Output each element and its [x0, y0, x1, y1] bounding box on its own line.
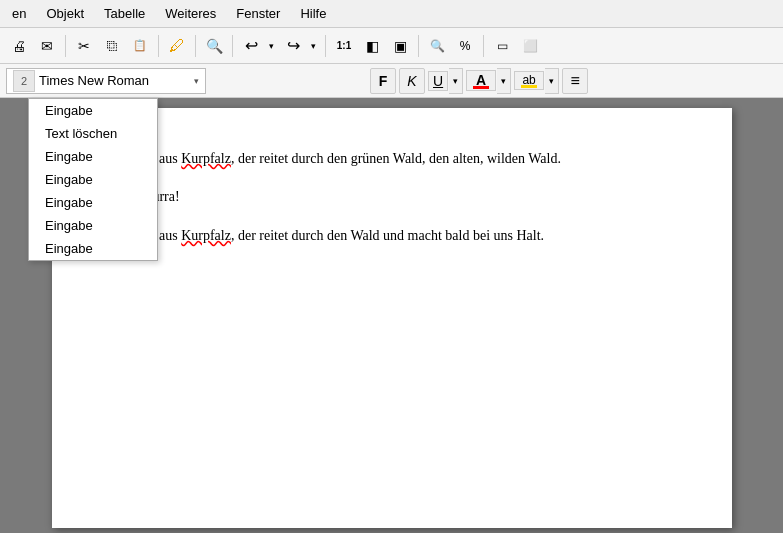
bold-button[interactable]: F — [370, 68, 396, 94]
font-color-button[interactable]: A — [466, 70, 496, 91]
paragraph-3: Der Jäger aus Kurpfalz, der reitet durch… — [102, 225, 682, 247]
copy-button[interactable]: ⿻ — [99, 33, 125, 59]
sep1 — [65, 35, 66, 57]
sep4 — [232, 35, 233, 57]
dropdown-item-1[interactable]: Text löschen — [29, 122, 157, 145]
font-dropdown-menu: Eingabe Text löschen Eingabe Eingabe Ein… — [28, 98, 158, 261]
page-content: Der Jäger aus Kurpfalz, der reitet durch… — [102, 148, 682, 247]
highlight-group: ab ▾ — [514, 68, 559, 94]
undo-button[interactable]: ↩ — [238, 33, 264, 59]
undo-dropdown[interactable]: ▾ — [264, 33, 278, 59]
redo-dropdown[interactable]: ▾ — [306, 33, 320, 59]
font-name-label: Times New Roman — [39, 73, 194, 88]
menu-fenster[interactable]: Fenster — [232, 4, 284, 23]
highlight-dropdown[interactable]: ▾ — [545, 68, 559, 94]
highlight-color-indicator — [521, 85, 537, 88]
sep6 — [418, 35, 419, 57]
sep5 — [325, 35, 326, 57]
sep3 — [195, 35, 196, 57]
dropdown-item-2[interactable]: Eingabe — [29, 145, 157, 168]
menubar: en Objekt Tabelle Weiteres Fenster Hilfe — [0, 0, 783, 28]
zoom-button[interactable]: 🔍 — [424, 33, 450, 59]
sep2 — [158, 35, 159, 57]
para3-after: , der reitet durch den Wald und macht ba… — [231, 228, 544, 243]
font-dropdown-arrow: ▾ — [194, 76, 199, 86]
frame-button[interactable]: ⬜ — [517, 33, 543, 59]
para1-after: , der reitet durch den grünen Wald, den … — [231, 151, 561, 166]
percent-button[interactable]: % — [452, 33, 478, 59]
dropdown-item-3[interactable]: Eingabe — [29, 168, 157, 191]
menu-weiteres[interactable]: Weiteres — [161, 4, 220, 23]
undo-group: ↩ ▾ — [238, 33, 278, 59]
paragraph-2: Hurra! Hurra! — [102, 186, 682, 208]
nav1-button[interactable]: ◧ — [359, 33, 385, 59]
font-color-group: A ▾ — [466, 68, 511, 94]
dropdown-item-6[interactable]: Eingabe — [29, 237, 157, 260]
dropdown-item-4[interactable]: Eingabe — [29, 191, 157, 214]
font-color-dropdown[interactable]: ▾ — [497, 68, 511, 94]
font-selector[interactable]: 2 Times New Roman ▾ — [6, 68, 206, 94]
underline-button[interactable]: U — [428, 71, 448, 91]
dropdown-item-0[interactable]: Eingabe — [29, 99, 157, 122]
menu-tabelle[interactable]: Tabelle — [100, 4, 149, 23]
zoom-100-button[interactable]: 1:1 — [331, 33, 357, 59]
paragraph-1: Der Jäger aus Kurpfalz, der reitet durch… — [102, 148, 682, 170]
formatting-bar: 2 Times New Roman ▾ Eingabe Text löschen… — [0, 64, 783, 98]
format-buttons: F K U ▾ A ▾ ab ▾ ≡ — [370, 68, 588, 94]
sep7 — [483, 35, 484, 57]
dropdown-item-5[interactable]: Eingabe — [29, 214, 157, 237]
search-button[interactable]: 🔍 — [201, 33, 227, 59]
font-color-indicator — [473, 86, 489, 89]
redo-group: ↪ ▾ — [280, 33, 320, 59]
nav2-button[interactable]: ▣ — [387, 33, 413, 59]
para3-underline: Kurpfalz — [181, 228, 231, 243]
italic-button[interactable]: K — [399, 68, 425, 94]
font-icon: 2 — [13, 70, 35, 92]
paste-button[interactable]: 📋 — [127, 33, 153, 59]
print-button[interactable]: 🖨 — [6, 33, 32, 59]
align-button[interactable]: ≡ — [562, 68, 588, 94]
menu-en[interactable]: en — [8, 4, 30, 23]
menu-hilfe[interactable]: Hilfe — [296, 4, 330, 23]
underline-label: U — [433, 73, 443, 89]
para1-underline: Kurpfalz — [181, 151, 231, 166]
mail-button[interactable]: ✉ — [34, 33, 60, 59]
underline-dropdown[interactable]: ▾ — [449, 68, 463, 94]
redo-button[interactable]: ↪ — [280, 33, 306, 59]
highlight-button[interactable]: ab — [514, 71, 544, 90]
cut-button[interactable]: ✂ — [71, 33, 97, 59]
main-toolbar: 🖨 ✉ ✂ ⿻ 📋 🖊 🔍 ↩ ▾ ↪ ▾ 1:1 ◧ ▣ 🔍 % ▭ ⬜ — [0, 28, 783, 64]
page-view-button[interactable]: ▭ — [489, 33, 515, 59]
underline-group: U ▾ — [428, 68, 463, 94]
highlight-button[interactable]: 🖊 — [164, 33, 190, 59]
menu-objekt[interactable]: Objekt — [42, 4, 88, 23]
